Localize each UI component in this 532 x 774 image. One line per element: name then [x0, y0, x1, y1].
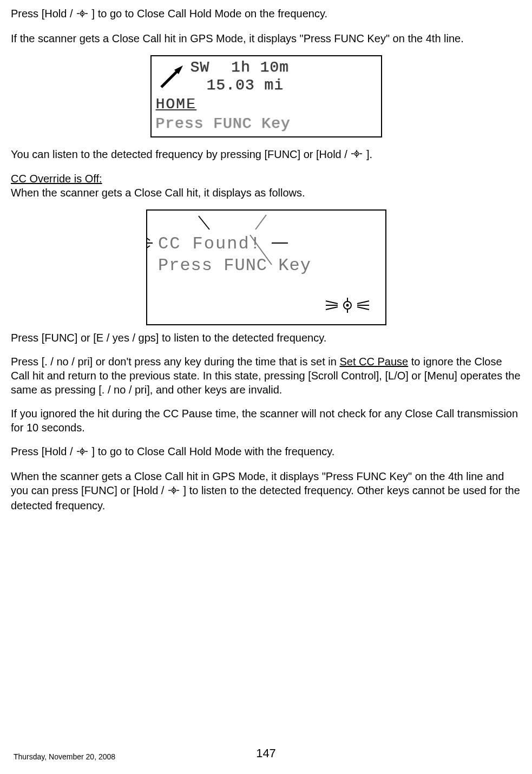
svg-line-26	[357, 307, 369, 310]
footer-date: Thursday, November 20, 2008	[14, 752, 115, 762]
link-set-cc-pause[interactable]: Set CC Pause	[339, 356, 408, 368]
paragraph: Press [. / no / pri] or don't press any …	[11, 355, 521, 397]
page-footer: Thursday, November 20, 2008 147	[14, 752, 518, 762]
paragraph: If the scanner gets a Close Call hit in …	[11, 31, 521, 45]
lcd-distance: 15.03 mi	[207, 77, 284, 94]
text: Press [. / no / pri] or don't press any …	[11, 356, 339, 368]
svg-line-14	[199, 216, 209, 229]
svg-point-13	[356, 153, 358, 155]
lcd-display-gps: SW 1h 10m 15.03 mi HOME Press FUNC Key	[150, 55, 382, 137]
text: You can listen to the detected frequency…	[11, 148, 350, 160]
text: When the scanner gets a Close Call hit, …	[11, 187, 305, 199]
lcd-press-func: Press FUNC Key	[156, 115, 291, 132]
svg-point-36	[82, 451, 83, 452]
svg-point-30	[346, 304, 349, 307]
svg-line-16	[147, 229, 150, 240]
text: ] to go to Close Call Hold Mode with the…	[92, 445, 335, 457]
paragraph: You can listen to the detected frequency…	[11, 147, 521, 162]
section-heading: CC Override is Off:	[11, 173, 102, 185]
direction-arrow-icon	[156, 60, 188, 93]
svg-line-21	[326, 301, 338, 304]
close-call-icon	[326, 298, 369, 313]
close-call-icon	[76, 445, 89, 460]
paragraph: Press [Hold / ] to go to Close Call Hold…	[11, 444, 521, 460]
paragraph: When the scanner gets a Close Call hit i…	[11, 469, 521, 513]
footer-page-number: 147	[256, 746, 276, 762]
lcd-display-cc-found: CC Found! Press FUNC Key	[146, 209, 386, 325]
svg-point-42	[173, 489, 174, 491]
svg-line-15	[255, 215, 266, 229]
svg-line-24	[357, 301, 369, 304]
svg-line-18	[147, 246, 150, 257]
text: Press [Hold /	[11, 8, 76, 19]
paragraph: If you ignored the hit during the CC Pau…	[11, 406, 521, 435]
close-call-icon	[350, 148, 363, 162]
text: ].	[366, 148, 372, 160]
svg-line-23	[326, 307, 338, 310]
lcd-cc-found: CC Found!	[158, 234, 261, 254]
paragraph: CC Override is Off: When the scanner get…	[11, 172, 521, 200]
text: ] to go to Close Call Hold Mode on the f…	[92, 8, 327, 19]
text: Press [Hold /	[11, 445, 76, 457]
paragraph: Press [Hold / ] to go to Close Call Hold…	[11, 6, 521, 22]
close-call-icon	[76, 8, 89, 22]
lcd-time: 1h 10m	[231, 58, 289, 77]
lcd-direction: SW	[191, 58, 210, 77]
lcd-home-label: HOME	[156, 95, 340, 114]
close-call-icon	[167, 484, 180, 498]
lcd-press-func: Press FUNC Key	[158, 255, 311, 276]
svg-point-5	[82, 12, 83, 14]
paragraph: Press [FUNC] or [E / yes / gps] to liste…	[11, 331, 521, 345]
